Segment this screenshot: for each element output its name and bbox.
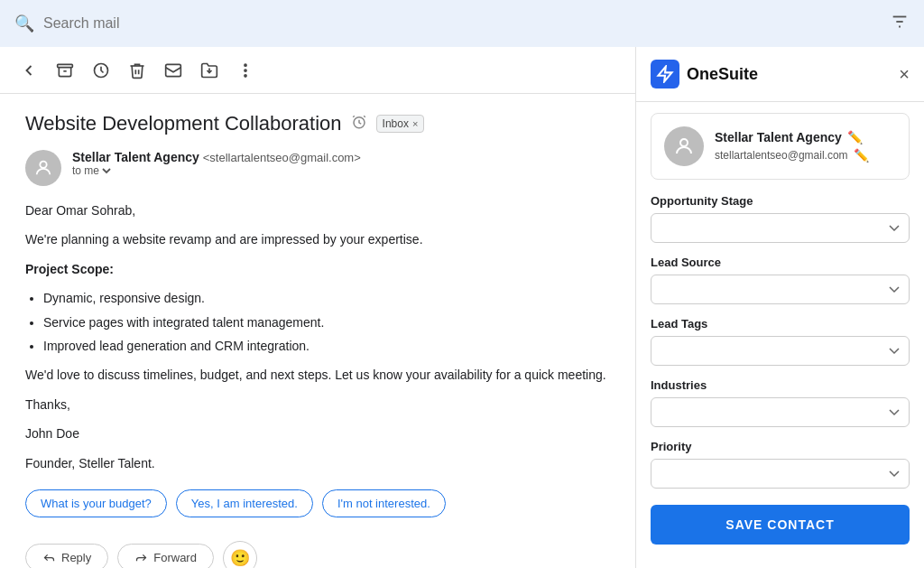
email-body: Dear Omar Sohrab, We're planning a websi… — [25, 200, 610, 473]
more-button[interactable] — [231, 56, 260, 85]
action-bar: Reply Forward 🙂 — [25, 532, 610, 568]
snooze-subject-icon — [351, 114, 367, 135]
edit-email-icon[interactable]: ✏️ — [854, 148, 869, 163]
save-contact-button[interactable]: SAVE CONTACT — [651, 505, 910, 545]
lead-tags-group: Lead Tags Hot Lead Warm Lead Cold Lead — [651, 317, 910, 366]
lead-source-group: Lead Source Website Referral Cold Call E… — [651, 256, 910, 304]
sender-email-text: <stellartalentseo@gmail.com> — [203, 151, 361, 164]
svg-rect-6 — [166, 64, 181, 76]
intro-text: We're planning a website revamp and are … — [25, 229, 610, 249]
onesuite-logo: OneSuite — [651, 60, 758, 88]
search-bar: 🔍 — [0, 0, 924, 47]
snooze-button[interactable] — [87, 56, 116, 85]
svg-marker-15 — [659, 67, 672, 82]
industries-select[interactable]: Technology Finance Healthcare Marketing … — [651, 397, 910, 427]
filter-icon[interactable] — [890, 12, 910, 36]
onesuite-header: OneSuite × — [636, 47, 924, 102]
main-area: Website Development Collaboration Inbox … — [0, 47, 924, 568]
delete-button[interactable] — [123, 56, 152, 85]
svg-point-16 — [680, 139, 688, 146]
contact-avatar — [664, 126, 704, 166]
search-icon: 🔍 — [14, 14, 34, 33]
search-input[interactable] — [43, 15, 881, 32]
inbox-badge[interactable]: Inbox × — [376, 115, 425, 133]
bullet-3: Improved lead generation and CRM integra… — [43, 336, 610, 356]
svg-point-8 — [245, 64, 246, 66]
svg-line-13 — [364, 116, 365, 117]
bullet-1: Dynamic, responsive design. — [43, 288, 610, 308]
close-panel-button[interactable]: × — [899, 64, 910, 85]
quick-reply-budget[interactable]: What is your budget? — [25, 489, 167, 517]
bullet-list: Dynamic, responsive design. Service page… — [43, 288, 610, 356]
email-sender-row: Stellar Talent Agency <stellartalentseo@… — [25, 150, 610, 186]
priority-select[interactable]: High Medium Low — [651, 459, 910, 489]
contact-email: stellartalentseo@gmail.com — [715, 149, 848, 162]
sender-avatar — [25, 150, 61, 186]
forward-button[interactable]: Forward — [117, 544, 214, 568]
svg-line-12 — [353, 116, 355, 117]
onesuite-body: Stellar Talent Agency ✏️ stellartalentse… — [636, 102, 924, 568]
quick-reply-not-interested[interactable]: I'm not interested. — [322, 489, 446, 517]
opportunity-stage-label: Opportunity Stage — [651, 194, 910, 208]
contact-name: Stellar Talent Agency — [715, 130, 842, 144]
onesuite-title: OneSuite — [687, 65, 758, 84]
email-content: Website Development Collaboration Inbox … — [0, 94, 635, 568]
lead-tags-select[interactable]: Hot Lead Warm Lead Cold Lead — [651, 336, 910, 366]
priority-group: Priority High Medium Low — [651, 440, 910, 489]
lead-source-select[interactable]: Website Referral Cold Call Email Social … — [651, 275, 910, 304]
emoji-button[interactable]: 🙂 — [223, 541, 257, 568]
email-subject-row: Website Development Collaboration Inbox … — [25, 112, 610, 135]
contact-name-row: Stellar Talent Agency ✏️ — [715, 130, 896, 144]
email-subject: Website Development Collaboration — [25, 112, 342, 135]
sender-full-name: John Doe — [25, 424, 610, 443]
svg-point-10 — [245, 75, 246, 77]
onesuite-logo-icon — [651, 60, 679, 88]
project-scope-label: Project Scope: — [25, 262, 114, 276]
quick-reply-interested[interactable]: Yes, I am interested. — [176, 489, 313, 517]
contact-email-row: stellartalentseo@gmail.com ✏️ — [715, 148, 896, 163]
sender-info: Stellar Talent Agency <stellartalentseo@… — [72, 150, 361, 177]
edit-name-icon[interactable]: ✏️ — [847, 130, 863, 144]
onesuite-panel: OneSuite × Stellar Talent Agency ✏️ stel… — [635, 47, 924, 568]
opportunity-stage-select[interactable]: Prospecting Qualification Proposal Close… — [651, 213, 910, 243]
back-button[interactable] — [14, 56, 43, 85]
to-me[interactable]: to me — [72, 164, 361, 177]
svg-point-9 — [245, 70, 246, 71]
lead-tags-label: Lead Tags — [651, 317, 910, 331]
contact-info: Stellar Talent Agency ✏️ stellartalentse… — [715, 130, 896, 163]
svg-point-14 — [40, 162, 46, 168]
industries-group: Industries Technology Finance Healthcare… — [651, 378, 910, 427]
bullet-2: Service pages with integrated talent man… — [43, 312, 610, 332]
lead-source-label: Lead Source — [651, 256, 910, 269]
thanks-text: Thanks, — [25, 395, 610, 414]
email-toolbar — [0, 47, 635, 94]
opportunity-stage-group: Opportunity Stage Prospecting Qualificat… — [651, 194, 910, 243]
move-button[interactable] — [195, 56, 224, 85]
mark-unread-button[interactable] — [159, 56, 188, 85]
sender-name-text: Stellar Talent Agency — [72, 150, 199, 164]
closing-text: We'd love to discuss timelines, budget, … — [25, 365, 610, 385]
sender-title: Founder, Steller Talent. — [25, 453, 610, 473]
greeting: Dear Omar Sohrab, — [25, 200, 610, 220]
contact-card: Stellar Talent Agency ✏️ stellartalentse… — [651, 113, 910, 180]
industries-label: Industries — [651, 378, 910, 392]
archive-button[interactable] — [51, 56, 79, 85]
quick-replies: What is your budget? Yes, I am intereste… — [25, 489, 610, 517]
inbox-badge-close[interactable]: × — [412, 118, 418, 129]
email-panel: Website Development Collaboration Inbox … — [0, 47, 635, 568]
reply-button[interactable]: Reply — [25, 544, 108, 568]
svg-rect-3 — [58, 64, 73, 67]
priority-label: Priority — [651, 440, 910, 453]
